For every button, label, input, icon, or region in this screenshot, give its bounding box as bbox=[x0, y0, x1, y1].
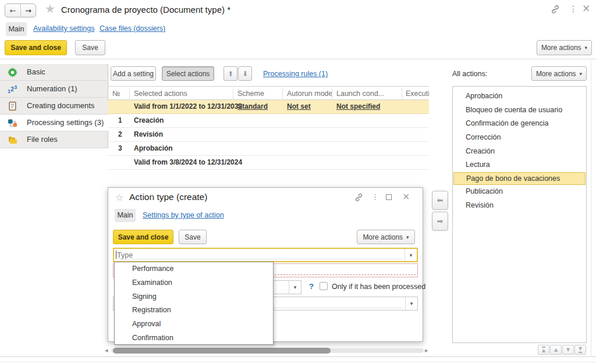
dropdown-option[interactable]: Examination bbox=[115, 276, 273, 290]
column-scheme[interactable]: Scheme bbox=[237, 90, 264, 98]
modal-copy-link-icon[interactable] bbox=[354, 193, 363, 202]
list-item[interactable]: Revisión bbox=[453, 199, 586, 213]
scheme-link[interactable]: Standard bbox=[237, 102, 268, 110]
move-up-button[interactable]: ▲ bbox=[550, 345, 562, 355]
list-item[interactable]: Aprobación bbox=[453, 90, 586, 104]
autorun-link[interactable]: Not set bbox=[287, 102, 311, 110]
bottom-combobox-arrow[interactable]: ▾ bbox=[405, 297, 417, 310]
tab-main[interactable]: Main bbox=[6, 22, 27, 36]
copy-link-icon[interactable] bbox=[551, 5, 560, 14]
modal-title: Action type (create) bbox=[129, 192, 207, 202]
move-to-top-button[interactable]: ▲ bbox=[538, 345, 549, 355]
gear-icon bbox=[8, 67, 17, 77]
list-item[interactable]: Bloqueo de cuenta de usuario bbox=[453, 104, 586, 117]
table-row-period[interactable]: Valid from 1/1/2022 to 12/31/2032 Standa… bbox=[108, 100, 429, 114]
digit-3: 3 bbox=[14, 84, 17, 90]
sidebar-item-label: File roles bbox=[27, 131, 58, 148]
sidebar-item-creating-documents[interactable]: Creating documents bbox=[0, 98, 108, 115]
back-button[interactable]: ← bbox=[5, 4, 20, 17]
table-row[interactable]: 2 Revisión bbox=[108, 128, 429, 142]
chevron-down-icon: ▾ bbox=[406, 234, 409, 240]
modal-kebab-icon[interactable]: ⋮ bbox=[371, 192, 379, 201]
page-bottom-line bbox=[0, 362, 596, 362]
chevron-down-icon: ▾ bbox=[410, 301, 413, 306]
move-down-button[interactable]: ▼ bbox=[562, 345, 574, 355]
column-divider bbox=[402, 88, 402, 99]
select-actions-button[interactable]: Select actions bbox=[162, 66, 214, 81]
save-button[interactable]: Save bbox=[75, 40, 105, 55]
scroll-right-arrow[interactable]: ▸ bbox=[425, 347, 428, 354]
modal-tab-main[interactable]: Main bbox=[115, 209, 136, 222]
field-underline bbox=[116, 259, 402, 259]
modal-save-and-close-button[interactable]: Save and close bbox=[113, 230, 173, 244]
close-icon[interactable]: × bbox=[582, 2, 590, 14]
add-setting-label: Add a setting bbox=[113, 70, 154, 78]
launch-condition-link[interactable]: Not specified bbox=[336, 102, 380, 110]
dropdown-option[interactable]: Registration bbox=[115, 304, 273, 317]
transfer-right-button[interactable]: ➡ bbox=[432, 212, 448, 231]
move-row-up-button[interactable]: ⬆ bbox=[224, 66, 237, 81]
table-row[interactable]: 3 Aprobación bbox=[108, 142, 429, 156]
type-dropdown-list: Performance Examination Signing Registra… bbox=[114, 262, 274, 345]
modal-save-button[interactable]: Save bbox=[179, 230, 207, 244]
list-item[interactable]: Confirmación de gerencia bbox=[453, 117, 586, 131]
sidebar-item-file-roles[interactable]: File roles bbox=[0, 131, 108, 148]
column-divider bbox=[332, 88, 332, 99]
kebab-menu-icon[interactable]: ⋮ bbox=[569, 4, 577, 13]
small-combobox-arrow[interactable]: ▾ bbox=[289, 281, 301, 294]
page-title: Cronograma de proyecto (Document type) * bbox=[61, 5, 230, 15]
scroll-left-arrow[interactable]: ◂ bbox=[105, 347, 108, 354]
sidebar-item-numeration[interactable]: 123 Numeration (1) bbox=[0, 81, 108, 98]
column-autorun-mode[interactable]: Autorun mode bbox=[287, 90, 333, 98]
dropdown-option[interactable]: Performance bbox=[115, 262, 273, 276]
folders-icon bbox=[8, 135, 17, 145]
modal-maximize-icon[interactable] bbox=[386, 194, 392, 200]
move-to-bottom-button[interactable]: ▼ bbox=[574, 345, 586, 355]
modal-more-actions-button[interactable]: More actions ▾ bbox=[357, 230, 415, 244]
column-selected-actions[interactable]: Selected actions bbox=[134, 90, 187, 98]
list-item[interactable]: Creación bbox=[453, 145, 586, 159]
type-combobox[interactable]: ▾ bbox=[113, 248, 418, 262]
sidebar-item-processing-settings[interactable]: Processing settings (3) bbox=[0, 115, 108, 131]
list-item[interactable]: Lectura bbox=[453, 158, 586, 172]
all-actions-label: All actions: bbox=[452, 70, 487, 78]
modal-tab-settings-by-type[interactable]: Settings by type of action bbox=[143, 211, 224, 219]
type-dropdown-arrow[interactable]: ▾ bbox=[405, 249, 417, 261]
dropdown-option[interactable]: Approval bbox=[115, 317, 273, 331]
column-number[interactable]: № bbox=[112, 90, 120, 98]
forward-button[interactable]: → bbox=[20, 4, 36, 17]
processed-checkbox[interactable] bbox=[320, 282, 328, 290]
more-actions-button[interactable]: More actions ▾ bbox=[537, 40, 592, 55]
h-scrollbar-thumb[interactable] bbox=[113, 348, 331, 354]
table-row[interactable]: 1 Creación bbox=[108, 114, 429, 128]
add-setting-button[interactable]: Add a setting bbox=[111, 66, 156, 81]
sidebar-item-basic[interactable]: Basic bbox=[0, 64, 108, 81]
action-name: Revisión bbox=[134, 130, 163, 138]
processing-rules-link[interactable]: Processing rules (1) bbox=[263, 70, 328, 78]
arrow-up-icon: ⬆ bbox=[228, 70, 233, 78]
modal-star-icon[interactable]: ☆ bbox=[115, 192, 123, 203]
chevron-down-icon: ▾ bbox=[585, 45, 588, 51]
help-icon[interactable]: ? bbox=[309, 282, 314, 291]
row-number: 3 bbox=[118, 144, 122, 152]
table-row-period[interactable]: Valid from 3/8/2024 to 12/31/2024 bbox=[108, 156, 429, 170]
flowchart-icon bbox=[8, 118, 17, 128]
modal-close-icon[interactable]: × bbox=[402, 191, 410, 202]
tab-case-files[interactable]: Case files (dossiers) bbox=[100, 24, 165, 33]
tab-availability-settings[interactable]: Availability settings bbox=[33, 24, 94, 33]
row-number: 1 bbox=[118, 116, 122, 124]
save-and-close-button[interactable]: Save and close bbox=[5, 40, 67, 55]
arrow-down-icon: ⬇ bbox=[242, 70, 248, 78]
list-item[interactable]: Corrección bbox=[453, 131, 586, 145]
list-item[interactable]: Publicación bbox=[453, 185, 586, 199]
move-row-down-button[interactable]: ⬇ bbox=[238, 66, 252, 81]
list-item-selected[interactable]: Pago de bono de vacaciones bbox=[453, 172, 586, 185]
favorite-star-icon[interactable]: ★ bbox=[45, 2, 55, 16]
all-actions-more-button[interactable]: More actions ▾ bbox=[531, 66, 587, 81]
column-launch-condition[interactable]: Launch cond... bbox=[336, 90, 384, 98]
dropdown-option[interactable]: Signing bbox=[115, 290, 273, 304]
dropdown-option[interactable]: Confirmation bbox=[115, 331, 273, 345]
column-execution[interactable]: Executi bbox=[406, 90, 429, 98]
transfer-left-button[interactable]: ⬅ bbox=[432, 191, 448, 210]
triangle-up: ▲ bbox=[542, 348, 545, 353]
